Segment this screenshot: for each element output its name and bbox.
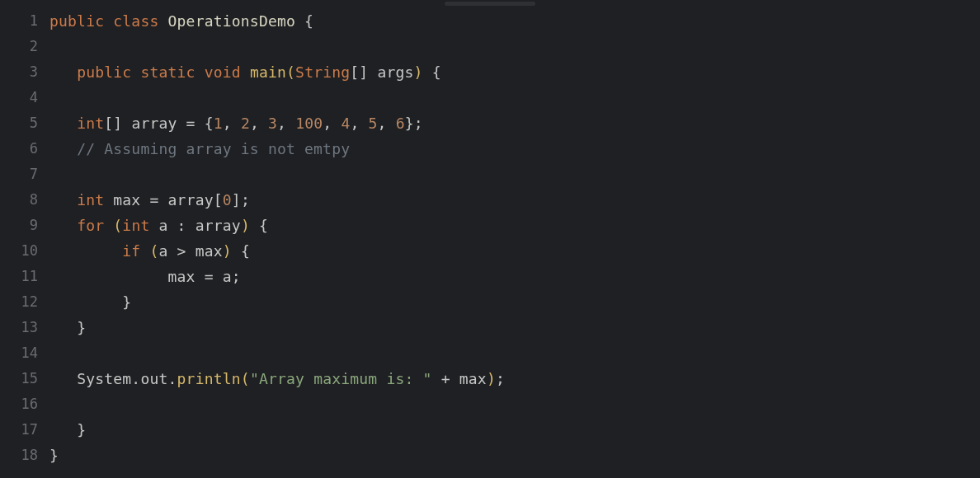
token-ident: out <box>140 370 167 387</box>
token-number: 6 <box>396 115 405 132</box>
code-line[interactable]: max = a; <box>49 264 980 289</box>
line-number: 5 <box>0 110 49 136</box>
window-drag-handle <box>445 2 535 6</box>
token-op: > <box>177 242 186 260</box>
token-type: int <box>77 115 104 132</box>
line-number: 14 <box>0 340 49 366</box>
token-punct: ; <box>232 268 241 285</box>
token-brace: { <box>304 12 313 30</box>
token-punct: , <box>323 115 332 132</box>
line-number: 13 <box>0 315 49 340</box>
code-line[interactable]: int max = array[0]; <box>49 187 980 213</box>
token-brack: [ <box>214 191 223 209</box>
token-number: 0 <box>223 191 232 209</box>
line-number: 4 <box>0 85 49 110</box>
token-number: 2 <box>241 115 250 132</box>
line-number: 11 <box>0 264 49 289</box>
token-punct: , <box>378 115 387 132</box>
token-paren: ) <box>223 242 232 260</box>
code-line[interactable]: public class OperationsDemo { <box>49 8 980 34</box>
code-area[interactable]: public class OperationsDemo { public sta… <box>49 8 980 478</box>
token-brace: { <box>259 217 268 234</box>
token-number: 3 <box>268 115 277 132</box>
token-type: String <box>295 63 350 81</box>
code-line[interactable] <box>49 391 980 417</box>
token-brace: { <box>205 115 214 132</box>
token-method: main <box>250 63 286 81</box>
token-ident: array <box>131 115 177 132</box>
code-line[interactable]: int[] array = {1, 2, 3, 100, 4, 5, 6}; <box>49 110 980 136</box>
token-punct: , <box>223 115 232 132</box>
line-number: 16 <box>0 391 49 417</box>
line-number: 10 <box>0 238 49 264</box>
line-number: 17 <box>0 417 49 443</box>
token-paren: ( <box>149 242 158 260</box>
token-punct: , <box>277 115 286 132</box>
line-number: 8 <box>0 187 49 213</box>
token-ident: max <box>168 268 196 285</box>
code-line[interactable]: System.out.println("Array maximum is: " … <box>49 366 980 391</box>
token-op: = <box>205 268 214 285</box>
token-string: "Array maximum is: " <box>250 370 432 387</box>
token-paren: ) <box>487 370 496 387</box>
line-number: 2 <box>0 34 49 59</box>
token-number: 5 <box>369 115 378 132</box>
token-keyword: public <box>77 63 131 81</box>
line-number: 1 <box>0 8 49 34</box>
line-number: 9 <box>0 213 49 238</box>
token-number: 1 <box>214 115 223 132</box>
line-number: 7 <box>0 162 49 187</box>
code-line[interactable]: } <box>49 417 980 443</box>
code-line[interactable]: } <box>49 315 980 340</box>
line-number: 15 <box>0 366 49 391</box>
token-brace: } <box>77 421 86 438</box>
token-ident: array <box>196 217 241 234</box>
code-line[interactable] <box>49 162 980 187</box>
code-line[interactable] <box>49 340 980 366</box>
code-line[interactable]: if (a > max) { <box>49 238 980 264</box>
code-editor[interactable]: 123456789101112131415161718 public class… <box>0 0 980 478</box>
token-number: 100 <box>295 115 323 132</box>
token-op: : <box>177 217 186 234</box>
token-ident: a <box>158 242 167 260</box>
token-brace: } <box>122 293 131 311</box>
token-paren: ) <box>241 217 250 234</box>
code-line[interactable] <box>49 34 980 59</box>
code-line[interactable]: // Assuming array is not emtpy <box>49 136 980 162</box>
token-punct: ; <box>414 115 423 132</box>
token-keyword: for <box>77 217 104 234</box>
token-brace: } <box>77 319 86 336</box>
line-number-gutter: 123456789101112131415161718 <box>0 8 49 478</box>
token-number: 4 <box>341 115 350 132</box>
token-paren: ) <box>414 63 423 81</box>
token-punct: , <box>350 115 359 132</box>
token-punct: ; <box>241 191 250 209</box>
token-ident: System <box>77 370 131 387</box>
token-keyword: class <box>113 12 158 30</box>
token-ident: a <box>223 268 232 285</box>
token-brace: } <box>49 447 59 464</box>
code-line[interactable] <box>49 85 980 110</box>
token-keyword: if <box>122 242 140 260</box>
token-punct: . <box>131 370 140 387</box>
code-line[interactable]: for (int a : array) { <box>49 213 980 238</box>
token-type: int <box>122 217 149 234</box>
token-brack: [] <box>104 115 122 132</box>
token-call: println <box>177 370 241 387</box>
token-ident: max <box>196 242 223 260</box>
token-brace: { <box>241 242 250 260</box>
token-ident: array <box>168 191 214 209</box>
token-brace: { <box>432 63 441 81</box>
code-line[interactable]: public static void main(String[] args) { <box>49 59 980 85</box>
line-number: 18 <box>0 443 49 468</box>
line-number: 12 <box>0 289 49 315</box>
token-classname: OperationsDemo <box>168 12 296 30</box>
token-type: int <box>77 191 104 209</box>
code-line[interactable]: } <box>49 443 980 468</box>
token-op: = <box>149 191 158 209</box>
token-op: + <box>441 370 450 387</box>
token-ident: args <box>377 63 413 81</box>
code-line[interactable]: } <box>49 289 980 315</box>
token-ident: a <box>159 217 168 234</box>
token-brack: [] <box>350 63 368 81</box>
